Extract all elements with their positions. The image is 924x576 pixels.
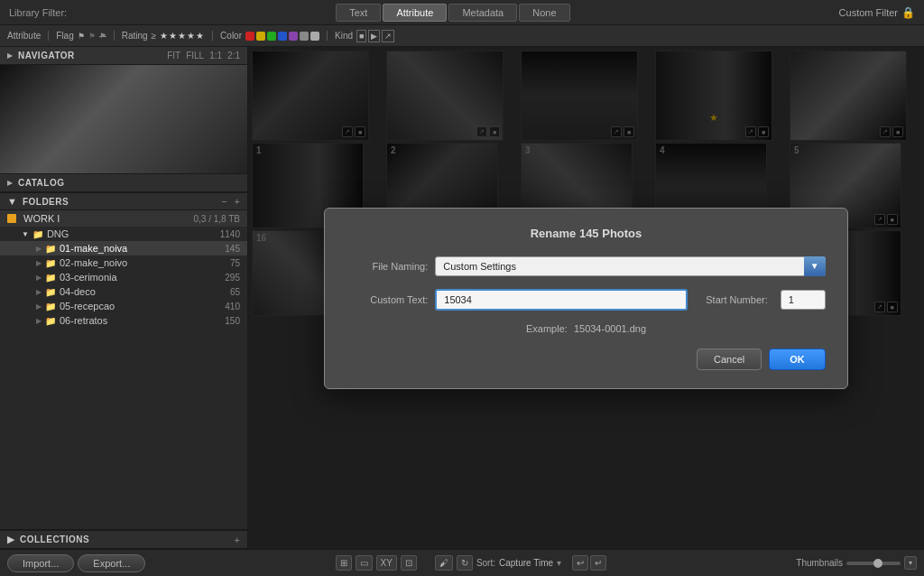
navigator-preview (0, 65, 247, 173)
subfolder-04-triangle: ▶ (36, 288, 42, 296)
flag-icon-3[interactable]: ⚑ (99, 32, 106, 41)
subfolder-02-count: 75 (230, 258, 240, 268)
sort-value[interactable]: Capture Time (499, 558, 553, 568)
file-naming-label: File Naming: (346, 261, 428, 272)
file-naming-select[interactable]: Custom Settings (435, 256, 825, 276)
import-button[interactable]: Import... (7, 554, 74, 572)
subfolder-04-name: 04-deco (60, 286, 226, 297)
subfolder-02[interactable]: ▶ 📁 02-make_noivo 75 (0, 255, 247, 270)
work-i-label: WORK I (7, 213, 193, 224)
dng-count: 1140 (220, 229, 240, 239)
attribute-section: Attribute (7, 31, 49, 41)
swatch-gray1[interactable] (300, 32, 309, 41)
file-naming-row: File Naming: Custom Settings ▼ (346, 256, 825, 276)
folders-plus[interactable]: + (235, 196, 240, 207)
subfolder-03-triangle: ▶ (36, 274, 42, 282)
thumbnail-slider-track[interactable] (846, 562, 901, 565)
subfolder-06[interactable]: ▶ 📁 06-retratos 150 (0, 313, 247, 328)
thumbnail-slider-thumb[interactable] (873, 559, 882, 568)
subfolder-06-count: 150 (225, 316, 240, 326)
survey-view-button[interactable]: ⊡ (401, 555, 417, 571)
swatch-green[interactable] (267, 32, 276, 41)
swatch-blue[interactable] (278, 32, 287, 41)
folders-controls: − + (221, 196, 240, 207)
rating-operator: ≥ (152, 31, 157, 41)
ok-button[interactable]: OK (769, 348, 826, 370)
subfolder-06-name: 06-retratos (60, 315, 221, 326)
work-i-row[interactable]: WORK I 0,3 / 1,8 TB (0, 210, 247, 227)
bottom-center-tools: ⊞ ▭ XY ⊡ 🖌 ↻ Sort: Capture Time ▾ ↩ ↵ (151, 555, 790, 571)
navigator-panel: ▶ Navigator FIT FILL 1:1 2:1 (0, 47, 247, 174)
rotate-tool-button[interactable]: ↻ (457, 555, 473, 571)
flag-icon-1[interactable]: ⚑ (78, 32, 85, 41)
subfolder-02-name: 02-make_noivo (60, 257, 226, 268)
prev-arrow-button[interactable]: ↩ (572, 555, 588, 571)
kind-icon-3[interactable]: ↗ (382, 30, 394, 42)
next-arrow-button[interactable]: ↵ (590, 555, 606, 571)
flag-section: Flag ⚑ ⚑ ⚑ (56, 31, 114, 41)
collections-header[interactable]: ▶ Collections + (0, 531, 247, 549)
tab-metadata[interactable]: Metadata (448, 4, 517, 22)
grid-view-button[interactable]: ⊞ (336, 555, 352, 571)
tab-none[interactable]: None (519, 4, 569, 22)
thumbnails-label: Thumbnails (796, 558, 843, 568)
swatch-gray2[interactable] (310, 32, 319, 41)
tab-text[interactable]: Text (336, 4, 381, 22)
swatch-red[interactable] (245, 32, 254, 41)
export-button[interactable]: Export... (78, 554, 145, 572)
subfolder-04[interactable]: ▶ 📁 04-deco 65 (0, 284, 247, 299)
collections-panel: ▶ Collections + (0, 530, 247, 549)
cancel-button[interactable]: Cancel (697, 348, 762, 370)
sort-dropdown-icon[interactable]: ▾ (557, 558, 561, 568)
compare-view-button[interactable]: XY (376, 555, 397, 571)
kind-icon-1[interactable]: ■ (356, 30, 366, 42)
subfolder-03-name: 03-cerimonia (60, 272, 221, 283)
subfolder-icon-05: 📁 (45, 302, 56, 311)
fit-labels: FIT FILL 1:1 2:1 (167, 51, 240, 60)
example-label: Example: (526, 323, 568, 334)
attribute-filter-bar: Attribute Flag ⚑ ⚑ ⚑ Rating ≥ ★★★★★ Colo… (0, 25, 924, 47)
kind-icon-2[interactable]: ▶ (368, 30, 380, 42)
folders-minus[interactable]: − (221, 196, 226, 207)
flag-icon-2[interactable]: ⚑ (88, 32, 96, 41)
start-number-input[interactable] (781, 290, 826, 310)
dng-folder-row[interactable]: ▼ 📁 DNG 1140 (0, 227, 247, 241)
navigator-header[interactable]: ▶ Navigator FIT FILL 1:1 2:1 (0, 47, 247, 65)
color-swatches (245, 32, 319, 41)
custom-text-input[interactable] (435, 289, 688, 311)
tab-attribute[interactable]: Attribute (383, 4, 447, 22)
library-filter-label: Library Filter: (0, 7, 76, 18)
dialog-overlay: Rename 145 Photos File Naming: Custom Se… (248, 47, 924, 549)
work-i-stats: 0,3 / 1,8 TB (193, 214, 240, 224)
thumbnail-size-dropdown[interactable]: ▾ (904, 556, 917, 570)
dng-triangle: ▼ (22, 230, 29, 238)
library-filter-bar: Library Filter: Text Attribute Metadata … (0, 0, 924, 25)
subfolder-01[interactable]: ▶ 📁 01-make_noiva 145 (0, 241, 247, 255)
collections-plus[interactable]: + (235, 534, 240, 545)
swatch-purple[interactable] (289, 32, 298, 41)
color-label: Color (220, 31, 242, 41)
dialog-title: Rename 145 Photos (346, 227, 825, 240)
subfolder-03[interactable]: ▶ 📁 03-cerimonia 295 (0, 270, 247, 284)
main-area: ▶ Navigator FIT FILL 1:1 2:1 ▶ Catalog (0, 47, 924, 549)
catalog-header[interactable]: ▶ Catalog (0, 174, 247, 192)
rating-stars[interactable]: ★★★★★ (160, 31, 205, 41)
folders-section-header[interactable]: ▼ Folders − + (0, 193, 247, 210)
fit-option-fit[interactable]: FIT (167, 51, 180, 60)
fit-option-1to1[interactable]: 1:1 (209, 51, 222, 60)
subfolder-05[interactable]: ▶ 📁 05-recepcao 410 (0, 299, 247, 313)
subfolder-03-count: 295 (225, 273, 240, 283)
sort-section: Sort: Capture Time ▾ (476, 558, 561, 568)
spray-tool-button[interactable]: 🖌 (435, 555, 453, 571)
navigator-triangle: ▶ (7, 51, 13, 60)
collections-controls: + (235, 534, 240, 545)
loupe-view-button[interactable]: ▭ (356, 555, 373, 571)
subfolder-icon-02: 📁 (45, 258, 56, 268)
fit-option-fill[interactable]: FILL (186, 51, 204, 60)
content-area: ↗ ■ ↗ ■ ↗ ■ ★ (248, 47, 924, 549)
import-export-buttons: Import... Export... (7, 554, 145, 572)
flag-label: Flag (56, 31, 73, 41)
swatch-yellow[interactable] (256, 32, 265, 41)
collections-title: Collections (20, 534, 89, 544)
fit-option-2to1[interactable]: 2:1 (227, 51, 240, 60)
